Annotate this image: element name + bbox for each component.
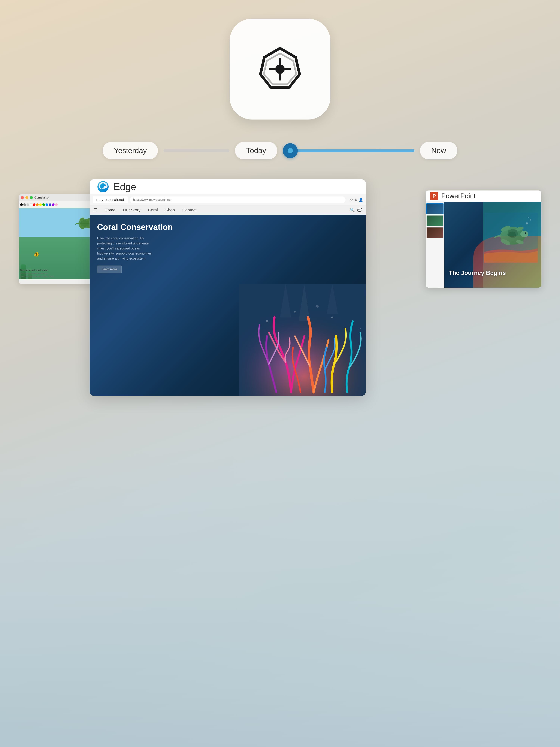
coral-hero-title: Coral Conservation: [97, 222, 173, 232]
coral-hero-text: Coral Conservation Dive into coral conse…: [97, 222, 173, 273]
ppt-slide-2-thumb[interactable]: [426, 215, 444, 226]
svg-point-38: [528, 216, 529, 218]
url-text: https://www.mayresearch.net: [133, 198, 171, 202]
minimize-button[interactable]: [25, 196, 28, 199]
paint-window-controls: [21, 196, 33, 199]
ppt-app-label: PowerPoint: [441, 192, 476, 200]
edge-browser-content[interactable]: mayresearch.net https://www.mayresearch.…: [89, 194, 366, 396]
paint-title: Cornstalker: [34, 196, 50, 199]
powerpoint-window[interactable]: P PowerPoint: [426, 190, 541, 288]
slide-thumb-preview-3: [427, 228, 443, 238]
color-palette: [20, 203, 58, 206]
ppt-slide-3-thumb[interactable]: [426, 227, 444, 238]
ppt-slide-title: The Journey Begins: [449, 269, 506, 276]
yesterday-label: Yesterday: [103, 142, 158, 159]
timeline-track-left[interactable]: [163, 149, 229, 152]
fish-emoji: 🐠: [34, 252, 39, 257]
color-purple[interactable]: [52, 203, 54, 206]
ppt-slide-1-thumb[interactable]: [426, 203, 444, 214]
nav-actions: 🔍 💬: [350, 208, 362, 212]
paint-toolbar: [19, 201, 101, 208]
close-button[interactable]: [21, 196, 24, 199]
color-red[interactable]: [33, 203, 35, 206]
timeline-thumb[interactable]: [283, 143, 298, 158]
nav-contact[interactable]: Contact: [182, 208, 196, 212]
nav-shop[interactable]: Shop: [165, 208, 175, 212]
website-content: Coral Conservation Dive into coral conse…: [89, 215, 366, 396]
favorites-icon[interactable]: ☆: [350, 198, 353, 202]
svg-point-37: [530, 219, 531, 221]
chat-icon[interactable]: 💬: [357, 208, 362, 212]
windows-area: Cornstalker: [19, 179, 541, 403]
refresh-icon[interactable]: ↻: [354, 198, 357, 202]
edge-logo-icon: [97, 181, 109, 193]
color-blue[interactable]: [46, 203, 48, 206]
ppt-logo-letter: P: [432, 193, 436, 199]
edge-app-label: Edge: [113, 181, 136, 192]
coral-svg: [239, 284, 366, 396]
nav-coral[interactable]: Coral: [148, 208, 158, 212]
app-icon-container[interactable]: [230, 19, 330, 120]
color-orange[interactable]: [36, 203, 38, 206]
profile-icon[interactable]: 👤: [359, 198, 363, 202]
nav-home[interactable]: Home: [105, 208, 115, 212]
color-gray[interactable]: [23, 203, 26, 206]
paint-window[interactable]: Cornstalker: [19, 194, 101, 284]
color-pink[interactable]: [55, 203, 58, 206]
svg-point-21: [294, 311, 296, 313]
url-bar[interactable]: https://www.mayresearch.net: [130, 197, 346, 203]
ppt-turtle-illustration: [484, 205, 538, 270]
color-white[interactable]: [30, 203, 32, 206]
color-yellow[interactable]: [39, 203, 42, 206]
ppt-main-slide: The Journey Begins: [444, 202, 541, 288]
coral-hero-section: Coral Conservation Dive into coral conse…: [89, 215, 366, 396]
svg-point-31: [526, 232, 526, 233]
maximize-button[interactable]: [30, 196, 33, 199]
svg-point-20: [266, 320, 268, 322]
svg-point-29: [521, 231, 528, 237]
svg-point-36: [526, 223, 528, 225]
hamburger-icon[interactable]: ☰: [93, 208, 97, 212]
ppt-slides-panel: [426, 202, 444, 288]
browser-tab-text: mayresearch.net: [96, 198, 124, 202]
color-lightgray[interactable]: [27, 203, 29, 206]
ppt-content: The Journey Begins: [426, 202, 541, 288]
svg-point-22: [331, 316, 333, 318]
browser-chrome-bar: mayresearch.net https://www.mayresearch.…: [89, 194, 366, 205]
browser-tab[interactable]: mayresearch.net: [92, 196, 128, 203]
slide-thumb-preview-2: [427, 215, 443, 226]
coral-visual: [239, 284, 366, 396]
paint-caption: Sea turtle and coral ocean I am pretty s…: [20, 269, 99, 278]
svg-point-23: [360, 328, 361, 329]
now-label: Now: [420, 142, 457, 159]
paint-titlebar: Cornstalker: [19, 194, 101, 201]
timeline-container: Yesterday Today Now: [103, 142, 457, 159]
powerpoint-logo: P: [430, 192, 438, 200]
color-black[interactable]: [20, 203, 23, 206]
search-icon[interactable]: 🔍: [350, 208, 355, 212]
ppt-titlebar: P PowerPoint: [426, 190, 541, 202]
svg-point-24: [316, 305, 319, 308]
browser-controls: ☆ ↻ 👤: [350, 198, 363, 202]
color-green[interactable]: [43, 203, 45, 206]
background-gradient: [0, 448, 560, 747]
coral-hero-desc: Dive into coral conservation. By protect…: [97, 236, 153, 261]
edge-window[interactable]: Edge mayresearch.net https://www.mayrese…: [89, 179, 366, 396]
recall-icon: [254, 43, 306, 95]
today-label: Today: [235, 142, 277, 159]
edge-titlebar: Edge: [89, 179, 366, 194]
color-darkblue[interactable]: [49, 203, 51, 206]
timeline-thumb-inner: [288, 148, 293, 153]
svg-point-0: [275, 65, 285, 74]
timeline-track-right[interactable]: [283, 149, 415, 152]
slide-thumb-preview: [427, 204, 443, 214]
website-navbar: ☰ Home Our Story Coral Shop Contact 🔍 💬: [89, 205, 366, 215]
coral-learn-more-btn[interactable]: Learn more: [97, 265, 122, 273]
paint-canvas[interactable]: 🐠 Sea turtle and coral ocean I am pretty…: [19, 208, 101, 279]
ppt-slide-area: The Journey Begins: [426, 202, 541, 288]
nav-our-story[interactable]: Our Story: [123, 208, 140, 212]
